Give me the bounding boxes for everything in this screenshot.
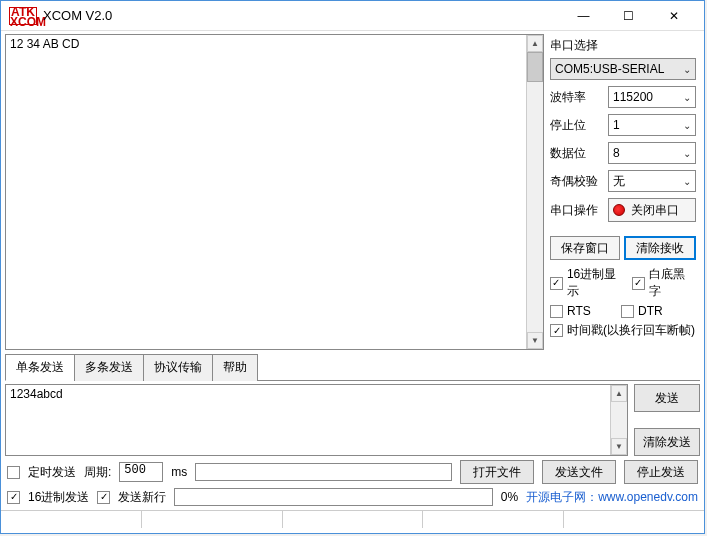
receive-content: 12 34 AB CD — [10, 37, 79, 51]
port-select[interactable]: COM5:USB-SERIAL ⌄ — [550, 58, 696, 80]
clear-send-button[interactable]: 清除发送 — [634, 428, 700, 456]
chevron-down-icon: ⌄ — [683, 148, 691, 159]
record-icon — [613, 204, 625, 216]
chevron-down-icon: ⌄ — [683, 176, 691, 187]
chevron-down-icon: ⌄ — [683, 120, 691, 131]
scrollbar-vertical[interactable]: ▲ ▼ — [610, 385, 627, 455]
timed-send-checkbox[interactable] — [7, 466, 20, 479]
white-bg-label: 白底黑字 — [649, 266, 697, 300]
dtr-checkbox[interactable] — [621, 305, 634, 318]
serial-section-label: 串口选择 — [550, 37, 696, 54]
parity-label: 奇偶校验 — [550, 173, 608, 190]
period-unit: ms — [171, 465, 187, 479]
send-newline-label: 发送新行 — [118, 489, 166, 506]
minimize-button[interactable]: — — [561, 3, 606, 29]
send-textarea[interactable]: 1234abcd ▲ ▼ — [5, 384, 628, 456]
hex-display-label: 16进制显示 — [567, 266, 628, 300]
timestamp-checkbox[interactable] — [550, 324, 563, 337]
scroll-down-button[interactable]: ▼ — [611, 438, 627, 455]
databit-label: 数据位 — [550, 145, 608, 162]
scroll-up-button[interactable]: ▲ — [527, 35, 543, 52]
progress-percent: 0% — [501, 490, 518, 504]
chevron-down-icon: ⌄ — [683, 64, 691, 75]
tab-protocol[interactable]: 协议传输 — [143, 354, 213, 381]
scroll-down-button[interactable]: ▼ — [527, 332, 543, 349]
baud-label: 波特率 — [550, 89, 608, 106]
maximize-button[interactable]: ☐ — [606, 3, 651, 29]
scrollbar-vertical[interactable]: ▲ ▼ — [526, 35, 543, 349]
port-op-label: 串口操作 — [550, 202, 608, 219]
scroll-up-button[interactable]: ▲ — [611, 385, 627, 402]
hex-send-checkbox[interactable] — [7, 491, 20, 504]
tab-single-send[interactable]: 单条发送 — [5, 354, 75, 381]
progress-bar — [174, 488, 492, 506]
dtr-label: DTR — [638, 304, 663, 318]
parity-select[interactable]: 无⌄ — [608, 170, 696, 192]
send-file-button[interactable]: 发送文件 — [542, 460, 616, 484]
website-link[interactable]: 开源电子网：www.openedv.com — [526, 489, 698, 506]
tab-multi-send[interactable]: 多条发送 — [74, 354, 144, 381]
timestamp-label: 时间戳(以换行回车断帧) — [567, 322, 695, 339]
open-file-button[interactable]: 打开文件 — [460, 460, 534, 484]
app-logo: ATKXCOM — [9, 7, 37, 25]
stop-send-button[interactable]: 停止发送 — [624, 460, 698, 484]
hex-display-checkbox[interactable] — [550, 277, 563, 290]
tabs: 单条发送 多条发送 协议传输 帮助 — [5, 353, 700, 381]
tab-help[interactable]: 帮助 — [212, 354, 258, 381]
stopbit-label: 停止位 — [550, 117, 608, 134]
titlebar: ATKXCOM XCOM V2.0 — ☐ ✕ — [1, 1, 704, 31]
rts-label: RTS — [567, 304, 617, 318]
hex-send-label: 16进制发送 — [28, 489, 89, 506]
window-title: XCOM V2.0 — [43, 8, 561, 23]
close-port-button[interactable]: 关闭串口 — [608, 198, 696, 222]
close-button[interactable]: ✕ — [651, 3, 696, 29]
baud-select[interactable]: 115200⌄ — [608, 86, 696, 108]
send-newline-checkbox[interactable] — [97, 491, 110, 504]
serial-config-panel: 串口选择 COM5:USB-SERIAL ⌄ 波特率 115200⌄ 停止位 1… — [546, 31, 704, 353]
white-bg-checkbox[interactable] — [632, 277, 645, 290]
chevron-down-icon: ⌄ — [683, 92, 691, 103]
scroll-thumb[interactable] — [527, 52, 543, 82]
save-window-button[interactable]: 保存窗口 — [550, 236, 620, 260]
receive-textarea[interactable]: 12 34 AB CD ▲ ▼ — [5, 34, 544, 350]
stopbit-select[interactable]: 1⌄ — [608, 114, 696, 136]
rts-checkbox[interactable] — [550, 305, 563, 318]
status-bar — [1, 510, 704, 528]
databit-select[interactable]: 8⌄ — [608, 142, 696, 164]
clear-receive-button[interactable]: 清除接收 — [624, 236, 696, 260]
send-button[interactable]: 发送 — [634, 384, 700, 412]
period-input[interactable]: 500 — [119, 462, 163, 482]
timed-send-label: 定时发送 — [28, 464, 76, 481]
period-label: 周期: — [84, 464, 111, 481]
file-path-input[interactable] — [195, 463, 452, 481]
